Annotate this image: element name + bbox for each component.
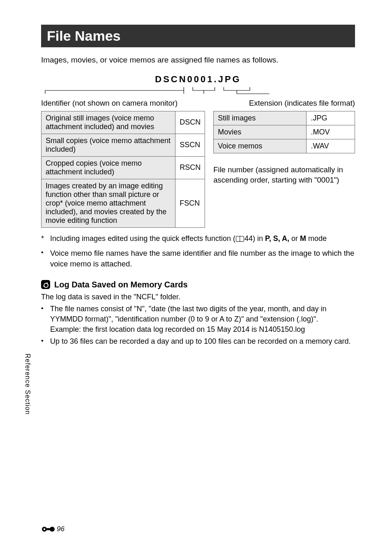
bullet-note: • Voice memo file names have the same id… <box>41 248 355 269</box>
identifier-table: Original still images (voice memo attach… <box>41 111 205 228</box>
identifier-desc: Small copies (voice memo attachment incl… <box>42 134 175 156</box>
bullet-dot-icon: • <box>41 336 47 347</box>
example-filename: DSCN0001.JPG <box>41 74 355 85</box>
identifier-desc: Cropped copies (voice memo attachment in… <box>42 156 175 179</box>
book-icon <box>236 236 244 242</box>
bullet-dot-icon: • <box>41 248 47 269</box>
extension-table: Still images .JPG Movies .MOV Voice memo… <box>213 111 355 153</box>
footnote-symbol: * <box>41 234 47 244</box>
identifier-desc: Images created by an image editing funct… <box>42 179 175 227</box>
reference-link-icon <box>41 526 55 532</box>
footnote-last-mode: M <box>300 234 306 243</box>
table-row: Cropped copies (voice memo attachment in… <box>42 156 205 179</box>
identifier-desc: Original still images (voice memo attach… <box>42 111 175 134</box>
file-number-note: File number (assigned automatically in a… <box>213 165 355 185</box>
identifier-heading: Identifier (not shown on camera monitor) <box>41 99 178 108</box>
ext-value: .WAV <box>307 139 355 153</box>
identifier-code: SSCN <box>175 134 205 156</box>
table-row: Small copies (voice memo attachment incl… <box>42 134 205 156</box>
footnote-modes: P, S, A, <box>265 234 289 243</box>
svg-point-3 <box>50 527 55 532</box>
page-title: File Names <box>41 25 355 47</box>
footnote-ref: 44 <box>244 234 253 243</box>
ext-type: Still images <box>214 111 307 125</box>
tip-bullet: • The file names consist of "N", "date (… <box>41 304 355 335</box>
bracket-diagram <box>41 86 355 97</box>
footnote: * Including images edited using the quic… <box>41 234 355 244</box>
tip-bullet-text: The file names consist of "N", "date (th… <box>50 305 327 323</box>
ext-value: .JPG <box>307 111 355 125</box>
tip-header: Log Data Saved on Memory Cards <box>41 280 355 289</box>
tip-bullet-text: Up to 36 files can be recorded a day and… <box>50 336 350 347</box>
table-row: Original still images (voice memo attach… <box>42 111 205 134</box>
bullet-text: Voice memo file names have the same iden… <box>50 248 355 269</box>
table-row: Images created by an image editing funct… <box>42 179 205 227</box>
footnote-text: Including images edited using the quick … <box>50 234 327 244</box>
page-number: 96 <box>57 525 65 533</box>
table-row: Voice memos .WAV <box>214 139 355 153</box>
ext-type: Voice memos <box>214 139 307 153</box>
tip-bullet-example: Example: the first location data log rec… <box>50 325 305 333</box>
ext-type: Movies <box>214 125 307 139</box>
side-section-label: Reference Section <box>24 354 31 415</box>
extension-heading: Extension (indicates file format) <box>249 99 355 108</box>
footnote-or: or <box>289 234 300 243</box>
ext-value: .MOV <box>307 125 355 139</box>
footnote-mid: ) in <box>253 234 265 243</box>
identifier-code: DSCN <box>175 111 205 134</box>
footnote-prefix: Including images edited using the quick … <box>50 234 235 243</box>
footnote-suffix: mode <box>306 234 327 243</box>
table-row: Movies .MOV <box>214 125 355 139</box>
table-row: Still images .JPG <box>214 111 355 125</box>
tip-intro: The log data is saved in the "NCFL" fold… <box>41 292 355 302</box>
pencil-note-icon <box>41 280 50 289</box>
bullet-dot-icon: • <box>41 304 47 335</box>
svg-point-1 <box>44 528 45 530</box>
tip-title: Log Data Saved on Memory Cards <box>54 280 188 289</box>
identifier-code: FSCN <box>175 179 205 227</box>
intro-text: Images, movies, or voice memos are assig… <box>41 55 355 66</box>
tip-bullet: • Up to 36 files can be recorded a day a… <box>41 336 355 347</box>
identifier-code: RSCN <box>175 156 205 179</box>
page-footer: 96 <box>41 525 65 533</box>
